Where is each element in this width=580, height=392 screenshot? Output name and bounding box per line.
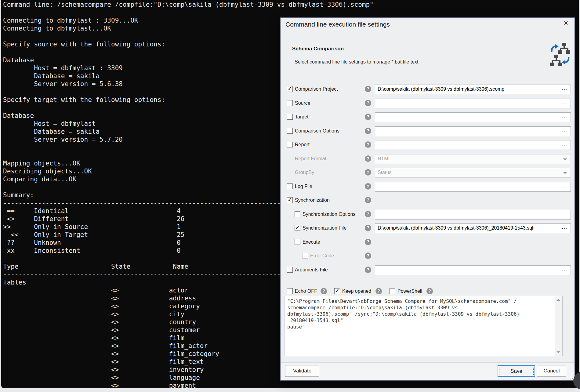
echo-off-help-icon[interactable]: ? <box>321 288 327 294</box>
scrollbar[interactable] <box>555 296 562 356</box>
synchronization-file-help-icon[interactable]: ? <box>365 225 371 231</box>
synchronization-file-label: Synchronization File <box>303 225 346 231</box>
log-file-input[interactable]: ... <box>375 182 571 192</box>
error-code-help-icon[interactable]: ? <box>365 252 371 259</box>
log-file-browse-button[interactable]: ... <box>562 183 567 188</box>
synchronization-checkbox[interactable]: ✓ <box>287 197 293 203</box>
source-label: Source <box>295 100 310 106</box>
synchronization-options-input[interactable]: ... <box>375 210 571 220</box>
synchronization-help-icon[interactable]: ? <box>365 197 371 203</box>
synchronization-options-checkbox[interactable] <box>295 211 300 217</box>
powershell-checkbox[interactable] <box>390 288 395 294</box>
cancel-button[interactable]: Cancel <box>537 365 566 377</box>
comparison-options-checkbox[interactable] <box>287 128 293 134</box>
target-input[interactable]: ... <box>375 112 571 122</box>
synchronization-file-checkbox[interactable]: ✓ <box>295 225 300 231</box>
report-help-icon[interactable]: ? <box>365 141 371 148</box>
groupby-label: GroupBy <box>295 170 314 175</box>
comparison-options-help-icon[interactable]: ? <box>365 128 371 134</box>
error-code-label: Error Code <box>310 253 334 259</box>
report-format-dropdown: HTML <box>375 154 571 164</box>
groupby-value: Status <box>378 170 391 175</box>
synchronization-file-value: D:\comp\sakila (dbfmylast-3309 vs dbfmyl… <box>378 225 533 231</box>
synchronization-options-help-icon[interactable]: ? <box>365 211 371 217</box>
setting-row-target: Target?... <box>281 110 575 124</box>
comparison-project-input[interactable]: D:\comp\sakila (dbfmylast-3309 vs dbfmyl… <box>375 85 571 94</box>
dialog-title: Command line execution file settings <box>285 21 390 28</box>
error-code-checkbox[interactable] <box>302 253 308 259</box>
close-icon[interactable]: × <box>561 18 571 28</box>
settings-rows: ✓Comparison Project?D:\comp\sakila (dbfm… <box>281 82 575 277</box>
button-bar: Validate Save Cancel <box>281 363 575 380</box>
setting-row-groupby: GroupBy?Status <box>281 166 575 180</box>
setting-row-execute: Execute? <box>281 235 575 249</box>
bat-text: "C:\Program Files\Devart\dbForge Schema … <box>285 296 562 332</box>
target-browse-button[interactable]: ... <box>562 114 567 119</box>
source-input[interactable]: ... <box>375 99 571 108</box>
scroll-down-icon[interactable] <box>556 351 560 353</box>
setting-row-arguments-file: Arguments File?... <box>281 263 575 277</box>
arguments-file-checkbox[interactable] <box>287 267 293 273</box>
scroll-up-icon[interactable] <box>556 299 560 301</box>
target-checkbox[interactable] <box>287 114 293 120</box>
keep-opened-help-icon[interactable]: ? <box>375 288 382 294</box>
report-format-label: Report Format <box>295 156 326 162</box>
comparison-project-browse-button[interactable]: ... <box>562 86 567 91</box>
report-input[interactable]: ... <box>375 140 571 150</box>
arguments-file-browse-button[interactable]: ... <box>562 267 567 272</box>
log-file-checkbox[interactable] <box>287 183 293 189</box>
save-button[interactable]: Save <box>498 365 535 377</box>
execute-checkbox[interactable] <box>295 239 300 245</box>
groupby-help-icon[interactable]: ? <box>365 169 371 176</box>
setting-row-comparison-options: Comparison Options?... <box>281 124 575 138</box>
target-label: Target <box>295 114 308 120</box>
comparison-project-value: D:\comp\sakila (dbfmylast-3309 vs dbfmyl… <box>378 86 504 92</box>
comparison-project-label: Comparison Project <box>295 86 338 92</box>
log-file-help-icon[interactable]: ? <box>365 183 371 190</box>
setting-row-report-format: Report Format?HTML <box>281 152 575 166</box>
setting-row-log-file: Log File?... <box>281 180 575 194</box>
setting-row-synchronization-file: ✓Synchronization File?D:\comp\sakila (db… <box>281 221 575 235</box>
command-line-settings-dialog: Command line execution file settings × S… <box>280 17 575 381</box>
report-label: Report <box>295 142 310 147</box>
powershell-help-icon[interactable]: ? <box>426 288 433 294</box>
report-checkbox[interactable] <box>287 142 293 147</box>
synchronization-options-browse-button[interactable]: ... <box>562 211 567 216</box>
synchronization-file-browse-button[interactable]: ... <box>562 225 567 230</box>
header-divider <box>281 75 575 75</box>
schema-comparison-heading: Schema Comparison <box>292 46 344 52</box>
schema-compare-sync-icon <box>550 43 570 68</box>
execute-help-icon[interactable]: ? <box>365 239 371 245</box>
arguments-file-input[interactable]: ... <box>375 265 571 275</box>
synchronization-label: Synchronization <box>295 198 330 203</box>
resize-grip[interactable] <box>572 378 573 379</box>
report-format-value: HTML <box>378 156 391 162</box>
setting-row-error-code: Error Code? <box>281 249 575 263</box>
keep-opened-checkbox[interactable]: ✓ <box>334 288 340 294</box>
setting-row-source: Source?... <box>281 96 575 111</box>
echo-off-checkbox[interactable] <box>287 288 293 294</box>
report-format-help-icon[interactable]: ? <box>365 155 371 162</box>
bat-text-area[interactable]: "C:\Program Files\Devart\dbForge Schema … <box>284 296 563 356</box>
source-checkbox[interactable] <box>287 100 293 106</box>
report-browse-button[interactable]: ... <box>562 141 567 147</box>
synchronization-options-label: Synchronization Options <box>303 212 355 217</box>
powershell-label: PowerShell <box>397 289 422 294</box>
dialog-subtitle: Select command line file settings to man… <box>295 59 419 65</box>
setting-row-report: Report?... <box>281 138 575 152</box>
synchronization-file-input[interactable]: D:\comp\sakila (dbfmylast-3309 vs dbfmyl… <box>375 223 571 233</box>
comparison-options-input[interactable]: ... <box>375 126 571 136</box>
source-help-icon[interactable]: ? <box>365 100 371 106</box>
validate-button[interactable]: Validate <box>285 365 319 377</box>
comparison-options-browse-button[interactable]: ... <box>562 128 567 133</box>
source-browse-button[interactable]: ... <box>562 100 567 105</box>
keep-opened-label: Keep opened <box>342 289 371 294</box>
comparison-project-checkbox[interactable]: ✓ <box>287 86 293 92</box>
setting-row-synchronization: ✓Synchronization? <box>281 194 575 208</box>
comparison-options-label: Comparison Options <box>295 128 339 134</box>
log-file-label: Log File <box>295 184 312 189</box>
target-help-icon[interactable]: ? <box>365 114 371 120</box>
comparison-project-help-icon[interactable]: ? <box>365 86 371 92</box>
groupby-dropdown: Status <box>375 168 571 178</box>
arguments-file-help-icon[interactable]: ? <box>365 267 371 273</box>
